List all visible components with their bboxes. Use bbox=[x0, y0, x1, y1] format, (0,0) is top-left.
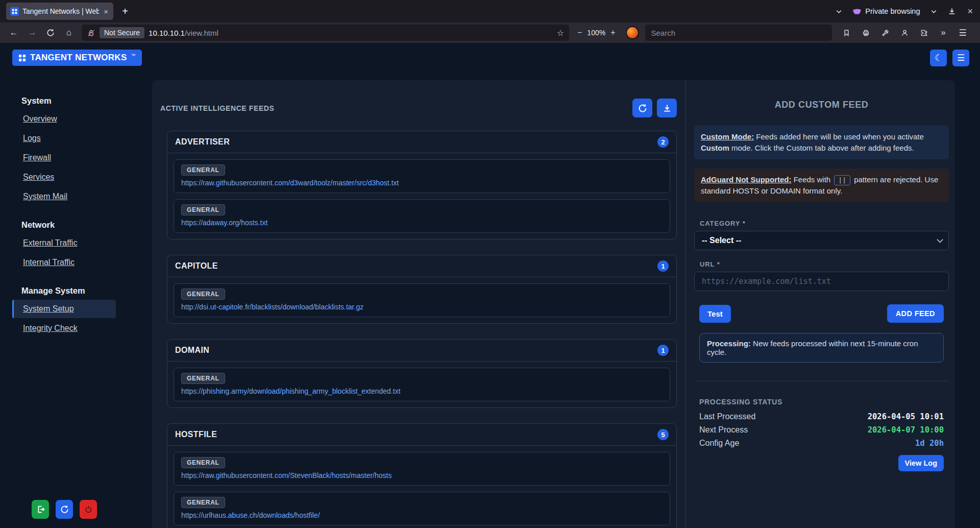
search-bar[interactable] bbox=[645, 25, 832, 41]
panel-title: ADD CUSTOM FEED bbox=[694, 100, 949, 110]
sidebar-item-label: Services bbox=[23, 173, 54, 181]
status-row-value: 2026-04-05 10:01 bbox=[868, 412, 944, 421]
feed-url-link[interactable]: https://adaway.org/hosts.txt bbox=[181, 219, 663, 227]
not-secure-label: Not Secure bbox=[104, 29, 140, 37]
sidebar-item[interactable]: System Mail bbox=[12, 187, 116, 206]
view-log-button[interactable]: View Log bbox=[898, 455, 944, 471]
add-feed-button[interactable]: ADD FEED bbox=[887, 304, 944, 323]
sidebar-item-label: System Setup bbox=[23, 304, 74, 313]
search-input[interactable] bbox=[651, 29, 826, 37]
feed-tag: GENERAL bbox=[181, 497, 225, 508]
feed-tag: GENERAL bbox=[181, 457, 225, 468]
new-tab-button[interactable]: + bbox=[117, 4, 133, 19]
zoom-level[interactable]: 100% bbox=[587, 29, 605, 37]
sidebar-item[interactable]: Services bbox=[12, 168, 116, 186]
bookmark-ribbon-icon[interactable] bbox=[838, 25, 855, 41]
feed-tag: GENERAL bbox=[181, 164, 225, 176]
window-chevron-icon[interactable] bbox=[930, 8, 938, 15]
download-feeds-button[interactable] bbox=[657, 99, 677, 117]
url-path: /view.html bbox=[185, 29, 218, 37]
feed-category-card: HOSTFILE 5 GENERAL https://raw.githubuse… bbox=[167, 423, 677, 528]
feed-count-badge: 5 bbox=[657, 429, 669, 440]
sidebar-item-label: External Traffic bbox=[23, 238, 77, 247]
wrench-icon[interactable] bbox=[877, 25, 894, 41]
not-secure-chip[interactable]: Not Secure bbox=[100, 27, 144, 38]
feeds-header-buttons bbox=[632, 99, 677, 117]
feed-item: GENERAL https://raw.githubusercontent.co… bbox=[174, 452, 670, 486]
printer-icon[interactable] bbox=[857, 25, 874, 41]
tab-title: Tangent Networks | Web i bbox=[22, 7, 99, 15]
feed-count-badge: 1 bbox=[657, 345, 669, 356]
power-button[interactable] bbox=[80, 500, 97, 519]
feed-category-header: HOSTFILE 5 bbox=[167, 424, 676, 446]
feed-url-link[interactable]: https://phishing.army/download/phishing_… bbox=[181, 387, 663, 395]
browser-menu-button[interactable]: ☰ bbox=[954, 25, 971, 41]
sidebar-item[interactable]: Internal Traffic bbox=[12, 253, 116, 272]
zoom-controls: − 100% + bbox=[573, 28, 620, 37]
window-close-icon[interactable]: × bbox=[966, 6, 974, 17]
tab-bar-right-cluster: Private browsing × bbox=[835, 6, 974, 17]
custom-mode-label: Custom Mode: bbox=[701, 132, 754, 141]
category-select[interactable]: -- Select -- bbox=[694, 231, 949, 250]
theme-toggle-button[interactable]: ☾ bbox=[930, 50, 947, 66]
container-profile-icon[interactable] bbox=[626, 26, 639, 39]
home-button[interactable]: ⌂ bbox=[60, 25, 78, 41]
url-bar[interactable]: Not Secure 10.10.10.1/view.html ☆ bbox=[82, 25, 569, 41]
logout-button[interactable] bbox=[32, 500, 49, 519]
sidebar-section: System Overview Logs Firewall Services bbox=[0, 96, 152, 206]
feeds-header: ACTIVE INTELLIGENCE FEEDS bbox=[156, 99, 677, 117]
insecure-lock-icon bbox=[87, 29, 95, 37]
feed-tag: GENERAL bbox=[181, 289, 225, 300]
add-custom-feed-panel: ADD CUSTOM FEED Custom Mode: Feeds added… bbox=[685, 80, 955, 528]
processing-status: PROCESSING STATUS Last Processed 2026-04… bbox=[694, 398, 949, 471]
private-browsing-badge: Private browsing bbox=[853, 7, 920, 15]
feed-url-link[interactable]: https://raw.githubusercontent.com/Steven… bbox=[181, 471, 663, 479]
feed-url-link[interactable]: https://urlhaus.abuse.ch/downloads/hostf… bbox=[181, 511, 663, 519]
sync-button[interactable] bbox=[56, 500, 73, 519]
divider bbox=[694, 381, 949, 381]
list-tabs-chevron-icon[interactable] bbox=[835, 8, 843, 15]
sidebar-item[interactable]: Firewall bbox=[12, 149, 116, 167]
overflow-chevrons-button[interactable]: » bbox=[935, 25, 952, 41]
status-row-label: Config Age bbox=[699, 439, 739, 448]
sidebar-item-label: Internal Traffic bbox=[23, 258, 75, 267]
main-card: ACTIVE INTELLIGENCE FEEDS ADVERTISER 2 bbox=[152, 80, 955, 528]
extensions-puzzle-icon[interactable] bbox=[916, 25, 933, 41]
browser-tab[interactable]: Tangent Networks | Web i × bbox=[6, 3, 113, 20]
feed-url-input[interactable] bbox=[694, 272, 949, 291]
sidebar-item[interactable]: Overview bbox=[12, 110, 116, 128]
reload-button[interactable] bbox=[42, 25, 59, 41]
downloads-icon[interactable] bbox=[948, 7, 956, 15]
status-row-label: Last Processed bbox=[699, 412, 755, 421]
sidebar-item[interactable]: Logs bbox=[12, 129, 116, 148]
browser-toolbar: ← → ⌂ Not Secure 10.10.10.1/view.html ☆ … bbox=[0, 22, 980, 43]
sidebar-item[interactable]: Integrity Check bbox=[12, 319, 116, 338]
status-row-label: Next Process bbox=[699, 425, 748, 435]
app-menu-button[interactable]: ☰ bbox=[952, 50, 969, 66]
url-text: 10.10.10.1/view.html bbox=[149, 29, 218, 37]
tab-close-icon[interactable]: × bbox=[103, 7, 109, 16]
refresh-feeds-button[interactable] bbox=[632, 99, 652, 117]
status-row-value: 1d 20h bbox=[915, 439, 944, 448]
feed-category-header: DOMAIN 1 bbox=[167, 340, 676, 362]
sidebar-item[interactable]: System Setup bbox=[12, 300, 116, 318]
custom-mode-bold: Custom bbox=[701, 143, 729, 152]
sidebar: System Overview Logs Firewall Services bbox=[0, 43, 152, 528]
category-label: CATEGORY * bbox=[700, 220, 949, 227]
forward-button[interactable]: → bbox=[23, 25, 41, 41]
feed-category-card: CAPITOLE 1 GENERAL http://dsi.ut-capitol… bbox=[167, 255, 677, 324]
feed-tag: GENERAL bbox=[181, 373, 225, 384]
feeds-title: ACTIVE INTELLIGENCE FEEDS bbox=[160, 104, 274, 112]
feed-url-link[interactable]: https://raw.githubusercontent.com/d3ward… bbox=[181, 179, 663, 187]
zoom-in-button[interactable]: + bbox=[610, 28, 615, 37]
back-button[interactable]: ← bbox=[5, 25, 22, 41]
account-icon[interactable] bbox=[896, 25, 913, 41]
feed-url-link[interactable]: http://dsi.ut-capitole.fr/blacklists/dow… bbox=[181, 303, 663, 311]
bookmark-star-icon[interactable]: ☆ bbox=[557, 28, 564, 38]
sidebar-item-label: Logs bbox=[23, 134, 41, 142]
test-button[interactable]: Test bbox=[699, 305, 731, 323]
zoom-out-button[interactable]: − bbox=[577, 28, 582, 37]
sidebar-item[interactable]: External Traffic bbox=[12, 234, 116, 252]
sidebar-item-label: Overview bbox=[23, 114, 57, 123]
header-actions: ☾ ☰ bbox=[930, 50, 969, 66]
